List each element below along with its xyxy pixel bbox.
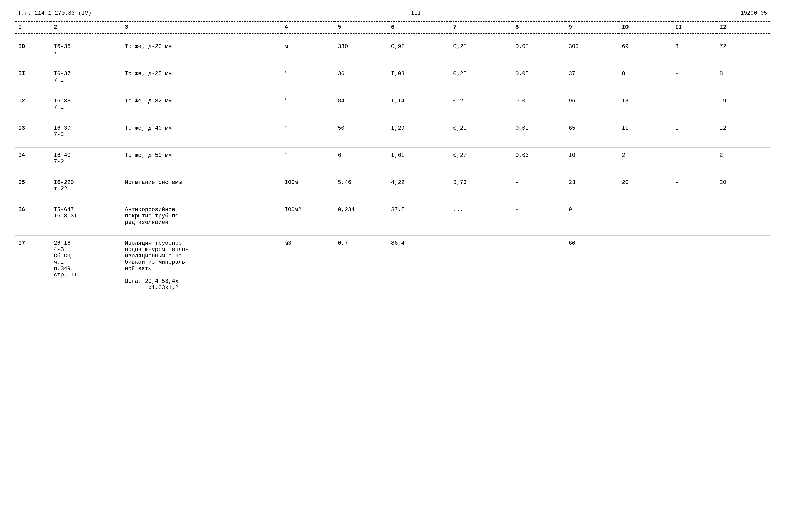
col-header-6: 6: [388, 21, 450, 33]
cell-7-5: 0,234: [335, 202, 388, 230]
cell-6-10: 20: [619, 175, 672, 197]
cell-8-6: 86,4: [388, 235, 450, 296]
cell-3-9: 96: [565, 93, 619, 115]
cell-6-9: 23: [565, 175, 619, 197]
col-header-10: IO: [619, 21, 672, 33]
col-header-11: II: [672, 21, 717, 33]
cell-1-1: IO: [15, 39, 51, 61]
cell-8-3: Изоляция трубопро- водов шнуром тепло- и…: [122, 235, 281, 296]
spacer-row: [15, 88, 770, 93]
spacer-row: [15, 142, 770, 148]
spacer-row: [15, 33, 770, 39]
cell-8-2: 26-I6 4-3 Сб.СЦ ч.I п.349 стр.III: [51, 235, 122, 296]
cell-7-1: I6: [15, 202, 51, 230]
cell-8-11: [672, 235, 717, 296]
cell-3-1: I2: [15, 93, 51, 115]
cell-7-11: [672, 202, 717, 230]
spacer-row: [15, 197, 770, 202]
cell-1-10: 69: [619, 39, 672, 61]
cell-6-6: 4,22: [388, 175, 450, 197]
cell-1-9: 300: [565, 39, 619, 61]
cell-2-2: I6-37 7-I: [51, 66, 122, 88]
cell-8-7: [450, 235, 512, 296]
cell-2-8: 0,0I: [512, 66, 566, 88]
header-left: Т.п. 214-1-270.83 (IV): [18, 10, 92, 17]
cell-3-4: ": [281, 93, 335, 115]
table-row: IOI6-36 7-IТо же, д-20 ммм3300,9I0,2I0,0…: [15, 39, 770, 61]
cell-5-6: I,6I: [388, 148, 450, 170]
col-header-8: 8: [512, 21, 566, 33]
cell-8-12: [716, 235, 770, 296]
cell-3-2: I6-38 7-I: [51, 93, 122, 115]
cell-6-8: -: [512, 175, 566, 197]
cell-2-6: I,03: [388, 66, 450, 88]
cell-2-9: 37: [565, 66, 619, 88]
cell-3-8: 0,0I: [512, 93, 566, 115]
spacer-row: [15, 170, 770, 175]
cell-3-12: I9: [716, 93, 770, 115]
cell-4-6: I,29: [388, 121, 450, 143]
cell-1-4: м: [281, 39, 335, 61]
cell-6-11: -: [672, 175, 717, 197]
col-header-12: I2: [716, 21, 770, 33]
spacer-row: [15, 115, 770, 121]
table-row: I4I6-40 7-2То же, д-50 мм"6I,6I0,270,03I…: [15, 148, 770, 170]
cell-5-3: То же, д-50 мм: [122, 148, 281, 170]
cell-5-5: 6: [335, 148, 388, 170]
cell-5-10: 2: [619, 148, 672, 170]
cell-4-7: 0,2I: [450, 121, 512, 143]
cell-7-12: [716, 202, 770, 230]
table-row: III6-37 7-IТо же, д-25 мм"36I,030,2I0,0I…: [15, 66, 770, 88]
cell-5-8: 0,03: [512, 148, 566, 170]
cell-4-5: 50: [335, 121, 388, 143]
cell-4-12: I2: [716, 121, 770, 143]
cell-3-5: 84: [335, 93, 388, 115]
spacer-row: [15, 61, 770, 66]
cell-3-3: То же, д-32 мм: [122, 93, 281, 115]
cell-2-7: 0,2I: [450, 66, 512, 88]
cell-6-4: IOOм: [281, 175, 335, 197]
cell-1-11: 3: [672, 39, 717, 61]
page-header: Т.п. 214-1-270.83 (IV) - III - 19200-05: [15, 10, 770, 17]
cell-1-12: 72: [716, 39, 770, 61]
cell-5-1: I4: [15, 148, 51, 170]
cell-2-10: 8: [619, 66, 672, 88]
cell-5-7: 0,27: [450, 148, 512, 170]
cell-1-7: 0,2I: [450, 39, 512, 61]
col-header-2: 2: [51, 21, 122, 33]
cell-8-1: I7: [15, 235, 51, 296]
header-center: - III -: [404, 10, 428, 17]
col-header-4: 4: [281, 21, 335, 33]
cell-8-5: 0,7: [335, 235, 388, 296]
cell-1-2: I6-36 7-I: [51, 39, 122, 61]
cell-7-4: IOOм2: [281, 202, 335, 230]
cell-7-3: Антикоррозийное покрытие труб пе- ред из…: [122, 202, 281, 230]
cell-5-2: I6-40 7-2: [51, 148, 122, 170]
cell-2-3: То же, д-25 мм: [122, 66, 281, 88]
column-headers-row: I 2 3 4 5 6 7 8 9 IO II I2: [15, 21, 770, 33]
cell-5-11: -: [672, 148, 717, 170]
cell-7-2: I5-647 I6-3-3I: [51, 202, 122, 230]
cell-8-4: м3: [281, 235, 335, 296]
cell-4-8: 0,0I: [512, 121, 566, 143]
cell-5-12: 2: [716, 148, 770, 170]
cell-8-9: 60: [565, 235, 619, 296]
cell-6-3: Испытание системы: [122, 175, 281, 197]
cell-1-6: 0,9I: [388, 39, 450, 61]
col-header-1: I: [15, 21, 51, 33]
cell-2-1: II: [15, 66, 51, 88]
cell-4-2: I6-39 7-I: [51, 121, 122, 143]
cell-2-4: ": [281, 66, 335, 88]
table-row: I5I6-220 т.22Испытание системыIOOм5,464,…: [15, 175, 770, 197]
main-table: I 2 3 4 5 6 7 8 9 IO II I2 IOI6-36 7-IТо…: [15, 21, 770, 296]
col-header-7: 7: [450, 21, 512, 33]
table-row: I6I5-647 I6-3-3IАнтикоррозийное покрытие…: [15, 202, 770, 230]
cell-7-10: [619, 202, 672, 230]
cell-4-4: ": [281, 121, 335, 143]
cell-7-7: ...: [450, 202, 512, 230]
cell-2-5: 36: [335, 66, 388, 88]
cell-6-5: 5,46: [335, 175, 388, 197]
spacer-row: [15, 230, 770, 235]
col-header-9: 9: [565, 21, 619, 33]
cell-4-9: 65: [565, 121, 619, 143]
